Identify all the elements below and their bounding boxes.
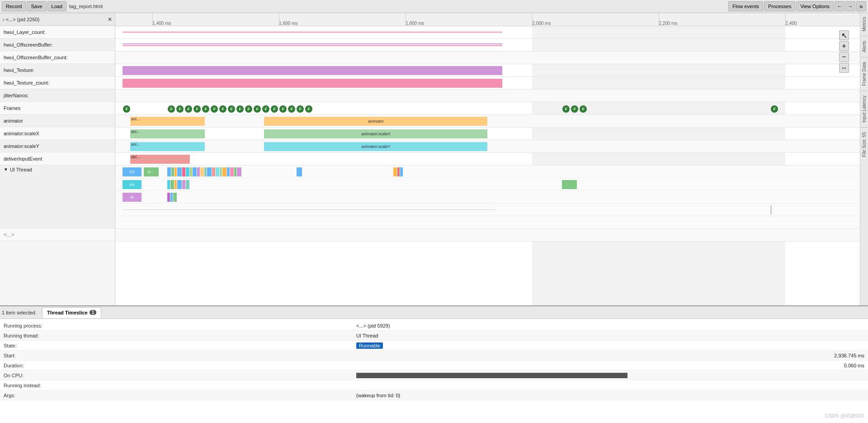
tl-row-jitter [115, 90, 860, 102]
timeline-tracks: F F F F F F F F F F F F F F F F [115, 26, 860, 305]
timeline-panel: 1,400 ms 1,600 ms 1,800 ms 2,000 ms 2,20… [115, 13, 860, 305]
detail-on-cpu: On CPU: [0, 371, 868, 380]
zoom-in-button[interactable]: + [839, 41, 849, 51]
track-hwui-texture: hwui_Texture: [0, 64, 115, 76]
tl-row-frames: F F F F F F F F F F F F F F F F [115, 102, 860, 115]
ruler-tick-2000: 2,000 ms [532, 21, 551, 26]
sidebar-input-latency[interactable]: Input Latency [862, 92, 867, 126]
sidebar-divider-3 [861, 90, 868, 91]
save-button[interactable]: Save [27, 1, 46, 11]
track-more: <...> [0, 228, 115, 241]
track-hwui-offscreen-buffer: hwui_OffscreenBuffer: [0, 38, 115, 51]
right-sidebar: Metrics Alerts Frame Data Input Latency … [860, 13, 868, 305]
detail-args: Args: {wakeup from tid: 0} [0, 390, 868, 400]
ruler-tick-2400: 2,400 [785, 21, 797, 26]
track-jitter-nanos: jitterNanos: [0, 89, 115, 102]
tl-row-animator-scalex: ani... animator:scaleX [115, 128, 860, 140]
sidebar-divider-2 [861, 57, 868, 57]
ruler-tick-1600: 1,600 ms [279, 21, 297, 26]
track-hwui-layer-count: hwui_Layer_count: [0, 26, 115, 38]
track-list: hwui_Layer_count: hwui_OffscreenBuffer: … [0, 26, 115, 305]
tl-row-texture [115, 64, 860, 77]
process-header[interactable]: ‹ <...> (pid 2260) ✕ [0, 13, 115, 26]
sidebar-frame-data[interactable]: Frame Data [862, 58, 867, 90]
zoom-controls: ↖ + − ↔ [837, 29, 851, 75]
flow-events-button[interactable]: Flow events [728, 1, 763, 11]
track-animator: animator [0, 114, 115, 127]
track-animator-scalex: animator:scaleX [0, 127, 115, 140]
tl-row-texture-count [115, 77, 860, 90]
sidebar-divider-4 [861, 127, 868, 128]
cursor-tool-button[interactable]: ↖ [839, 30, 849, 40]
processes-button[interactable]: Processes [764, 1, 795, 11]
tl-row-ui-thread[interactable]: Ch b... [115, 166, 860, 229]
tl-row-animator-scaley: ani... animator:scaleY [115, 140, 860, 153]
tl-row-offscreen-buffer [115, 39, 860, 52]
watermark: CSDN @码农000 [825, 413, 863, 419]
track-ui-thread: ▼ UI Thread [0, 165, 115, 228]
track-animator-scaley: animator:scaleY [0, 140, 115, 152]
track-hwui-offscreen-buffer-count: hwui_OffscreenBuffer_count: [0, 51, 115, 64]
timeline-ruler: 1,400 ms 1,600 ms 1,800 ms 2,000 ms 2,20… [115, 13, 860, 26]
sidebar-alerts[interactable]: Alerts [862, 37, 867, 56]
sidebar-metrics[interactable]: Metrics [862, 13, 867, 35]
sidebar-divider-1 [861, 36, 868, 36]
ruler-tick-1800: 1,800 ms [406, 21, 424, 26]
nav-back-button[interactable]: ← [835, 1, 844, 11]
process-header-text: ‹ <...> (pid 2260) [3, 17, 39, 22]
detail-running-thread: Running thread: UI Thread [0, 331, 868, 341]
bottom-selected-label: 1 item selected. [2, 310, 37, 315]
track-hwui-texture-count: hwui_Texture_count: [0, 76, 115, 89]
detail-state: State: Runnable [0, 341, 868, 351]
main-area: ‹ <...> (pid 2260) ✕ hwui_Layer_count: h… [0, 13, 868, 305]
filename-label: tag_report.html [69, 4, 103, 9]
zoom-fit-button[interactable]: ↔ [839, 63, 849, 73]
detail-duration: Duration: 0.060 ms [0, 361, 868, 371]
left-panel: ‹ <...> (pid 2260) ✕ hwui_Layer_count: h… [0, 13, 115, 305]
track-deliver-input-event: deliverInputEvent [0, 152, 115, 165]
detail-running-process: Running process: <...> (pid 5929) [0, 321, 868, 331]
sidebar-file-size[interactable]: File Size: 55 [862, 128, 867, 161]
ruler-tick-1400: 1,400 ms [152, 21, 171, 26]
ui-thread-arrow[interactable]: ▼ [4, 167, 8, 172]
close-panel-icon[interactable]: ✕ [108, 16, 112, 23]
bottom-panel: 1 item selected. Thread Timeslice 1 Runn… [0, 305, 868, 423]
bottom-tabs: 1 item selected. Thread Timeslice 1 [0, 306, 868, 319]
detail-running-instead: Running instead: [0, 380, 868, 390]
thread-timeslice-tab[interactable]: Thread Timeslice 1 [42, 307, 101, 318]
tl-row-more [115, 229, 860, 242]
nav-forward-button[interactable]: → [845, 1, 855, 11]
toolbar-right-buttons: Flow events Processes View Options ← → » [728, 1, 866, 11]
zoom-out-button[interactable]: − [839, 52, 849, 62]
track-frames: Frames [0, 102, 115, 114]
detail-start: Start: 2,936.745 ms [0, 351, 868, 361]
tl-row-layer-count [115, 26, 860, 39]
view-options-button[interactable]: View Options [796, 1, 834, 11]
tl-row-animator: ani... animator [115, 115, 860, 128]
record-button[interactable]: Record [2, 1, 26, 11]
tl-row-deliver-input: del... [115, 153, 860, 166]
toolbar: Record Save Load tag_report.html Flow ev… [0, 0, 868, 13]
load-button[interactable]: Load [47, 1, 66, 11]
tl-row-offscreen-buffer-count [115, 52, 860, 64]
cpu-progress-bar [356, 373, 627, 378]
detail-content: Running process: <...> (pid 5929) Runnin… [0, 319, 868, 423]
ruler-tick-2200: 2,200 ms [659, 21, 677, 26]
more-button[interactable]: » [856, 1, 866, 11]
